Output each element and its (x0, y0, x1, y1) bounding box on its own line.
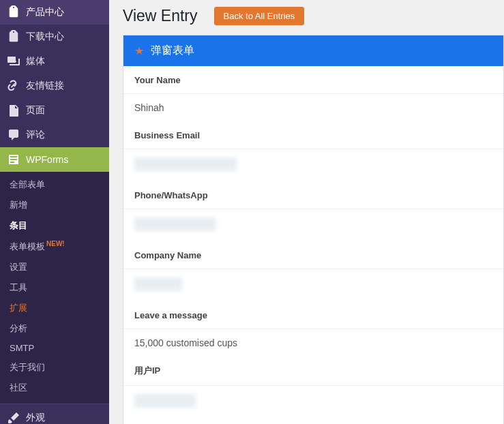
pin-icon (7, 30, 20, 44)
field-label-url: 页面链接地址 (123, 418, 503, 424)
menu-label: 友情链接 (26, 80, 64, 92)
menu-item-appearance[interactable]: 外观 (0, 404, 109, 424)
submenu-templates[interactable]: 表单模板NEW! (0, 236, 109, 257)
form-icon (7, 153, 20, 166)
submenu-all-forms[interactable]: 全部表单 (0, 175, 109, 195)
sidebar: 产品中心 下载中心 媒体 友情链接 页面 评论 WPForms 全部表单 新增 (0, 0, 109, 424)
field-value-name: Shinah (123, 94, 503, 121)
field-value-company (123, 269, 503, 301)
submenu-addons[interactable]: 扩展 (0, 298, 109, 318)
submenu-tools[interactable]: 工具 (0, 277, 109, 298)
menu-label: 产品中心 (26, 6, 64, 18)
pin-icon (7, 5, 20, 19)
redacted-value (134, 394, 196, 408)
panel-title: 弹窗表单 (151, 44, 194, 58)
field-label-ip: 用户IP (123, 357, 503, 386)
menu-label: 外观 (26, 412, 45, 424)
submenu-about[interactable]: 关于我们 (0, 357, 109, 378)
field-value-phone (123, 209, 503, 241)
comment-icon (7, 128, 20, 142)
page-title: View Entry (123, 7, 198, 25)
star-icon: ★ (134, 44, 144, 57)
link-icon (7, 79, 20, 93)
redacted-value (134, 217, 216, 231)
panel-header: ★ 弹窗表单 (123, 35, 503, 66)
submenu-settings[interactable]: 设置 (0, 257, 109, 277)
submenu-add-new[interactable]: 新增 (0, 195, 109, 215)
field-label-company: Company Name (123, 241, 503, 269)
menu-label: 媒体 (26, 55, 45, 67)
entry-panel: ★ 弹窗表单 Your Name Shinah Business Email P… (123, 35, 504, 424)
submenu-smtp[interactable]: SMTP (0, 339, 109, 357)
field-label-message: Leave a message (123, 301, 503, 329)
media-icon (7, 55, 20, 68)
submenu-label: 表单模板 (10, 241, 45, 252)
field-label-phone: Phone/WhatsApp (123, 181, 503, 209)
menu-label: 下载中心 (26, 31, 64, 43)
field-value-email (123, 149, 503, 181)
field-value-ip (123, 386, 503, 418)
menu-label: 页面 (26, 104, 45, 117)
redacted-value (134, 157, 237, 171)
panel-body: Your Name Shinah Business Email Phone/Wh… (123, 66, 503, 424)
main-content: View Entry Back to All Entries ★ 弹窗表单 Yo… (109, 0, 504, 424)
field-value-message: 15,000 customised cups (123, 329, 503, 357)
submenu-community[interactable]: 社区 (0, 378, 109, 398)
field-label-email: Business Email (123, 121, 503, 149)
field-label-name: Your Name (123, 66, 503, 94)
menu-item-wpforms[interactable]: WPForms (0, 147, 109, 172)
page-icon (7, 104, 20, 117)
menu-item-media[interactable]: 媒体 (0, 49, 109, 74)
new-badge: NEW! (46, 240, 65, 247)
menu-item-pages[interactable]: 页面 (0, 98, 109, 123)
menu-item-products[interactable]: 产品中心 (0, 0, 109, 25)
menu-item-links[interactable]: 友情链接 (0, 74, 109, 98)
submenu-wpforms: 全部表单 新增 条目 表单模板NEW! 设置 工具 扩展 分析 SMTP 关于我… (0, 172, 109, 404)
back-to-entries-button[interactable]: Back to All Entries (214, 7, 305, 25)
menu-label: WPForms (26, 154, 68, 165)
menu-item-downloads[interactable]: 下载中心 (0, 25, 109, 49)
menu-label: 评论 (26, 129, 45, 141)
submenu-analytics[interactable]: 分析 (0, 318, 109, 339)
brush-icon (7, 411, 20, 424)
submenu-entries[interactable]: 条目 (0, 215, 109, 236)
page-header: View Entry Back to All Entries (109, 0, 504, 35)
menu-item-comments[interactable]: 评论 (0, 123, 109, 147)
redacted-value (134, 277, 182, 291)
